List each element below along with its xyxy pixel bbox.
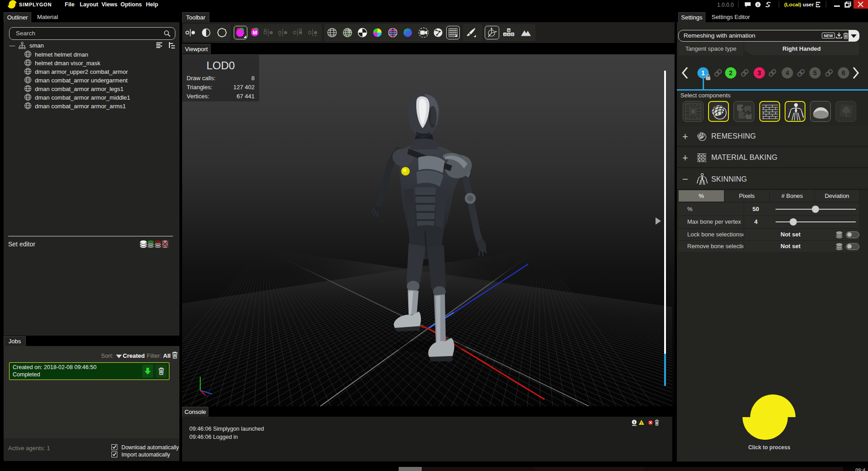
svg-text:M: M (253, 30, 257, 35)
svg-text:5: 5 (813, 69, 817, 77)
svg-text:3: 3 (757, 69, 761, 77)
svg-text:A: A (504, 33, 506, 36)
svg-text:D: D (511, 33, 514, 36)
svg-text:S: S (508, 33, 510, 36)
svg-text:6: 6 (842, 69, 845, 77)
svg-text:4: 4 (786, 69, 789, 77)
svg-text:1: 1 (701, 69, 705, 77)
svg-text:W: W (507, 29, 510, 32)
svg-text:!: ! (641, 421, 642, 425)
svg-text:2: 2 (729, 69, 733, 77)
